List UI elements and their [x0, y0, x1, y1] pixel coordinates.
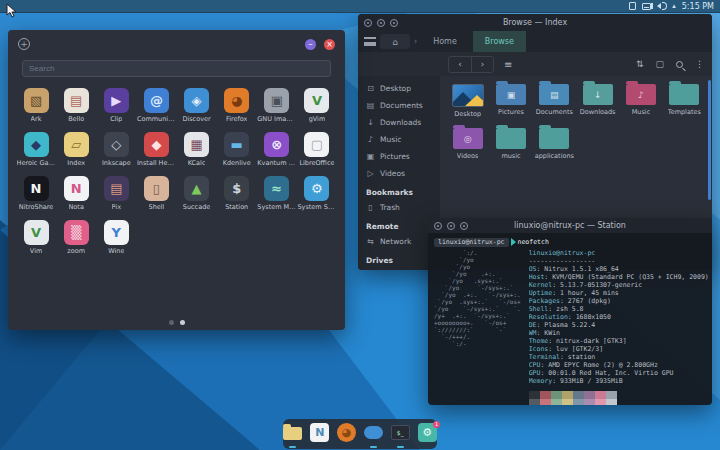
folder-item[interactable]: ▤Documents — [533, 84, 576, 118]
terminal-content[interactable]: linuxio@nitrux-pc neofetch `:/. `/yo `/y… — [428, 233, 712, 405]
maximize-icon[interactable] — [460, 222, 468, 230]
app-item[interactable]: ▱Index — [56, 129, 96, 169]
app-item[interactable]: ◈Discover — [177, 85, 217, 125]
app-label: Vim — [30, 247, 42, 255]
app-item[interactable]: ▶Clip — [96, 85, 136, 125]
app-item[interactable]: ◇Inkscape — [96, 129, 136, 169]
minimize-button[interactable]: – — [305, 39, 316, 50]
app-item[interactable]: NNota — [56, 173, 96, 213]
app-item[interactable]: ▤Pix — [96, 173, 136, 213]
app-icon: ▧ — [24, 88, 49, 113]
select-icon[interactable]: ▢ — [655, 59, 664, 69]
info-value: KWin — [544, 329, 560, 337]
folder-item[interactable]: ◎Videos — [446, 128, 489, 160]
dock-nota[interactable]: N — [310, 423, 330, 445]
command-text: neofetch — [518, 238, 549, 246]
folder-item[interactable]: ↓Downloads — [576, 84, 619, 118]
app-item[interactable]: NNitroShare — [16, 173, 56, 213]
dock-file-manager[interactable] — [283, 423, 303, 445]
menu-icon[interactable] — [364, 37, 376, 46]
app-item[interactable]: $Station — [217, 173, 257, 213]
fm-titlebar[interactable]: Browse — Index — [358, 14, 712, 31]
view-mode-icon[interactable]: ≡ — [504, 59, 512, 70]
app-item[interactable]: ◆Heroic Game... — [16, 129, 56, 169]
app-item[interactable]: VgVim — [297, 85, 337, 125]
sidebar-item-pictures[interactable]: ▣Pictures — [358, 148, 440, 165]
app-item[interactable]: ▢LibreOffice — [297, 129, 337, 169]
app-label: Station — [225, 203, 248, 211]
search-icon[interactable] — [676, 61, 683, 68]
folder-item[interactable]: ♪Music — [619, 84, 662, 118]
app-item[interactable]: ▣GNU Image ... — [257, 85, 297, 125]
dock-nota-icon: N — [310, 423, 329, 442]
sidebar-item-trash[interactable]: ▯Trash — [358, 199, 440, 216]
sidebar-item-downloads[interactable]: ↓Downloads — [358, 114, 440, 131]
maximize-icon[interactable] — [390, 19, 398, 27]
folder-label: applications — [535, 152, 574, 160]
terminal-titlebar[interactable]: linuxio@nitrux-pc — Station — [428, 218, 712, 233]
minimize-icon[interactable] — [377, 19, 385, 27]
app-item[interactable]: ▧Ark — [16, 85, 56, 125]
folder-item[interactable]: applications — [533, 128, 576, 160]
sidebar-item-label: Videos — [380, 169, 405, 178]
app-label: KCalc — [188, 159, 206, 167]
app-item[interactable]: ▯Shell — [136, 173, 176, 213]
app-icon: ▬ — [224, 132, 249, 157]
app-item[interactable]: ≈System Moni... — [257, 173, 297, 213]
clock[interactable]: 5:15 PM — [682, 2, 714, 11]
minimize-icon[interactable] — [447, 222, 455, 230]
palette-swatch — [562, 399, 573, 405]
dock-toggle-app[interactable] — [364, 423, 384, 445]
forward-button[interactable]: › — [471, 57, 493, 72]
folder-item[interactable]: ▣Pictures — [489, 84, 532, 118]
keyboard-icon[interactable] — [642, 3, 651, 10]
folder-icon — [496, 128, 526, 149]
app-item[interactable]: ▒zoom — [56, 217, 96, 257]
sidebar-item-documents[interactable]: ▤Documents — [358, 97, 440, 114]
app-label: Clip — [110, 115, 122, 123]
network-icon: ⇆ — [366, 237, 375, 246]
app-item[interactable]: ◕Firefox — [217, 85, 257, 125]
page-dot[interactable] — [180, 320, 185, 325]
volume-icon[interactable] — [657, 2, 666, 11]
close-button[interactable]: × — [324, 39, 335, 50]
app-label: Kvantum Ma... — [257, 159, 296, 167]
app-item[interactable]: ▦KCalc — [177, 129, 217, 169]
clipboard-icon[interactable] — [629, 2, 636, 10]
page-dot[interactable] — [169, 320, 174, 325]
app-item[interactable]: ▲Succade — [177, 173, 217, 213]
app-item[interactable]: ▬Kdenlive — [217, 129, 257, 169]
app-item[interactable]: ⊗Kvantum Ma... — [257, 129, 297, 169]
app-item[interactable]: ⚙System Setti... — [297, 173, 337, 213]
overflow-menu-icon[interactable]: ⋮ — [695, 59, 704, 69]
app-icon: ⊗ — [264, 132, 289, 157]
dock-settings[interactable]: ⚙1 — [417, 423, 437, 445]
dock: N◕$_⚙1 — [283, 419, 437, 449]
add-icon[interactable]: + — [18, 38, 30, 50]
app-icon: ▤ — [64, 88, 89, 113]
sort-icon[interactable]: ⇅ — [636, 59, 644, 69]
close-icon[interactable] — [364, 19, 372, 27]
dock-terminal[interactable]: $_ — [390, 423, 410, 445]
app-item[interactable]: @Communica... — [136, 85, 176, 125]
search-input[interactable] — [22, 60, 331, 77]
app-item[interactable]: YWine — [96, 217, 136, 257]
tab-browse[interactable]: Browse — [473, 31, 526, 52]
app-item[interactable]: ▤Bello — [56, 85, 96, 125]
sidebar-item-desktop[interactable]: ⊡Desktop — [358, 80, 440, 97]
app-item[interactable]: ◆Install Heroi... — [136, 129, 176, 169]
home-icon[interactable]: ⌂ — [380, 34, 410, 49]
close-icon[interactable] — [434, 222, 442, 230]
folder-item[interactable]: Templates — [663, 84, 706, 118]
app-item[interactable]: VVim — [16, 217, 56, 257]
dock-firefox[interactable]: ◕ — [337, 423, 357, 445]
sidebar-item-music[interactable]: ♪Music — [358, 131, 440, 148]
back-button[interactable]: ‹ — [449, 57, 471, 72]
scrollbar[interactable] — [708, 80, 711, 200]
folder-item[interactable]: Desktop — [446, 84, 489, 118]
tab-home[interactable]: Home — [421, 31, 469, 52]
sidebar-item-videos[interactable]: ▷Videos — [358, 165, 440, 182]
page-indicator[interactable] — [8, 320, 345, 325]
caret-up-icon[interactable]: ▴ — [672, 2, 676, 11]
folder-item[interactable]: music — [489, 128, 532, 160]
